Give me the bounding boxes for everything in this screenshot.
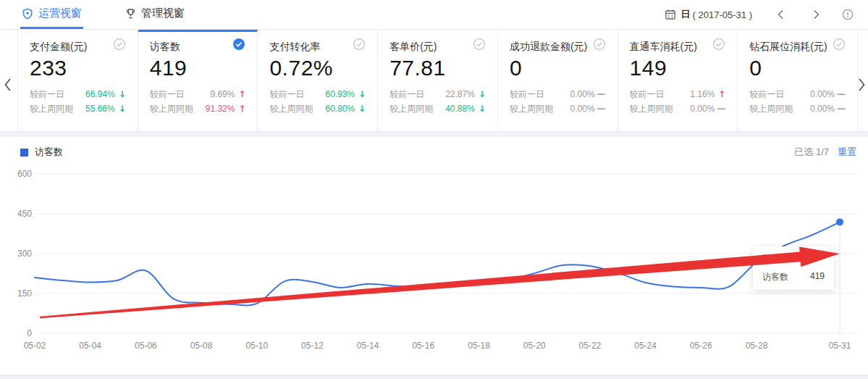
metric-value: 233	[30, 56, 126, 80]
trend-down-icon: ↓	[355, 87, 366, 101]
x-axis-label: 05-31	[829, 341, 851, 351]
comparison-label: 较前一日	[389, 87, 424, 101]
trend-flat-icon: —	[835, 87, 846, 101]
trend-down-icon: ↓	[115, 101, 126, 116]
legend-swatch-icon	[20, 149, 28, 157]
metric-value: 0	[749, 56, 846, 80]
comparison-value: 55.66%	[85, 101, 115, 116]
prev-date-button[interactable]	[774, 9, 787, 20]
tab-label: 运营视窗	[38, 7, 82, 20]
visitors-line-chart[interactable]: 015030045060005-0205-0405-0605-0805-1005…	[0, 137, 868, 375]
date-value: ( 2017-05-31 )	[693, 9, 752, 20]
trend-flat-icon: —	[595, 101, 606, 116]
x-axis-label: 05-06	[135, 341, 157, 351]
y-axis-label: 450	[17, 209, 32, 219]
unchecked-circle-icon[interactable]	[473, 38, 486, 51]
trophy-icon	[125, 8, 136, 20]
comparison-row: 较前一日9.69%↑	[150, 87, 246, 101]
comparison-row: 较上周同期60.80%↓	[269, 101, 366, 116]
trend-flat-icon: —	[835, 101, 846, 116]
metric-title: 客单价(元)	[389, 39, 437, 54]
info-icon[interactable]	[842, 9, 854, 20]
comparison-label: 较上周同期	[269, 101, 313, 116]
comparison-label: 较上周同期	[389, 101, 433, 116]
trend-up-icon: ↑	[235, 101, 245, 116]
comparison-value: 22.87%	[445, 87, 475, 101]
tab-operations-view[interactable]: 运营视窗	[20, 0, 83, 29]
comparison-value: 0.00%	[810, 87, 835, 101]
comparison-label: 较前一日	[150, 87, 185, 101]
card-payment-amount[interactable]: 支付金额(元)233较前一日66.94%↓较上周同期55.66%↓	[18, 30, 138, 131]
comparison-value: 1.16%	[690, 87, 715, 101]
comparison-row: 较上周同期40.88%↓	[389, 101, 486, 116]
comparison-row: 较上周同期0.00%—	[749, 101, 846, 116]
x-axis-label: 05-28	[746, 341, 768, 351]
comparison-label: 较前一日	[749, 87, 784, 101]
comparison-row: 较前一日66.94%↓	[30, 87, 126, 101]
unchecked-circle-icon[interactable]	[712, 38, 725, 51]
metric-title: 成功退款金额(元)	[510, 39, 587, 54]
selected-count: 已选 1/7	[794, 146, 829, 159]
metric-value: 0.72%	[269, 56, 366, 80]
card-diamond-booth-cost[interactable]: 钻石展位消耗(元)0较前一日0.00%—较上周同期0.00%—	[738, 30, 858, 131]
unchecked-circle-icon[interactable]	[353, 38, 366, 51]
comparison-label: 较前一日	[30, 87, 64, 101]
x-axis-label: 05-14	[357, 341, 379, 351]
chart-legend-row: 访客数 已选 1/7 重置	[20, 144, 856, 160]
comparison-value: 0.00%	[570, 101, 595, 116]
comparison-value: 60.93%	[325, 87, 355, 101]
x-axis-label: 05-04	[79, 341, 101, 351]
x-axis-label: 05-08	[190, 341, 213, 351]
reset-link[interactable]: 重置	[838, 146, 856, 159]
comparison-label: 较上周同期	[30, 101, 73, 116]
metric-value: 419	[150, 56, 246, 80]
card-refund-amount[interactable]: 成功退款金额(元)0较前一日0.00%—较上周同期0.00%—	[498, 30, 618, 131]
carousel-right-icon[interactable]	[856, 76, 867, 93]
card-visitor-count[interactable]: 访客数419较前一日9.69%↑较上周同期91.32%↑	[138, 30, 258, 131]
checked-circle-icon[interactable]	[232, 38, 245, 51]
x-axis-label: 05-16	[412, 341, 434, 351]
unchecked-circle-icon[interactable]	[833, 38, 846, 51]
comparison-label: 较前一日	[510, 87, 544, 101]
comparison-row: 较上周同期55.66%↓	[30, 101, 126, 116]
x-axis-label: 05-24	[634, 341, 657, 351]
comparison-label: 较上周同期	[510, 101, 553, 116]
date-granularity[interactable]: 日	[681, 8, 691, 21]
x-axis-label: 05-22	[579, 341, 602, 351]
comparison-label: 较上周同期	[749, 101, 793, 116]
y-axis-label: 600	[17, 169, 32, 179]
trend-down-icon: ↓	[475, 87, 486, 101]
card-zhitongche-cost[interactable]: 直通车消耗(元)149较前一日1.16%↑较上周同期0.00%—	[618, 30, 738, 131]
unchecked-circle-icon[interactable]	[113, 38, 126, 51]
legend-label: 访客数	[35, 146, 63, 159]
section-divider	[0, 132, 868, 137]
metric-value: 77.81	[389, 56, 486, 80]
unchecked-circle-icon[interactable]	[593, 38, 606, 51]
view-tabs: 运营视窗 管理视窗	[0, 0, 227, 29]
tab-label: 管理视窗	[141, 7, 185, 20]
carousel-left-icon[interactable]	[2, 76, 12, 93]
metric-title: 支付金额(元)	[30, 39, 87, 54]
shield-icon	[22, 8, 33, 20]
comparison-value: 0.00%	[690, 101, 715, 116]
bottom-bar	[0, 375, 868, 379]
y-axis-label: 150	[17, 288, 32, 299]
calendar-icon[interactable]	[665, 9, 676, 20]
metric-value: 149	[630, 56, 726, 80]
legend-item-visitors[interactable]: 访客数	[20, 146, 63, 159]
metric-title: 直通车消耗(元)	[630, 39, 697, 54]
tab-management-view[interactable]: 管理视窗	[124, 0, 186, 29]
comparison-row: 较前一日1.16%↑	[630, 87, 726, 101]
next-date-button[interactable]	[810, 9, 823, 20]
card-payment-conversion-rate[interactable]: 支付转化率0.72%较前一日60.93%↓较上周同期60.80%↓	[258, 30, 378, 131]
x-axis-label: 05-02	[24, 341, 46, 351]
top-navigation-bar: 运营视窗 管理视窗 日 ( 2017-05-31 )	[0, 0, 868, 30]
comparison-value: 60.80%	[325, 101, 355, 116]
card-customer-unit-price[interactable]: 客单价(元)77.81较前一日22.87%↓较上周同期40.88%↓	[378, 30, 498, 131]
end-point-dot	[836, 218, 843, 225]
y-axis-label: 0	[27, 328, 32, 338]
comparison-value: 0.00%	[570, 87, 595, 101]
comparison-label: 较上周同期	[150, 101, 193, 116]
comparison-label: 较前一日	[630, 87, 665, 101]
trend-chart-section: 访客数 已选 1/7 重置 015030045060005-0205-0405-…	[0, 137, 868, 375]
